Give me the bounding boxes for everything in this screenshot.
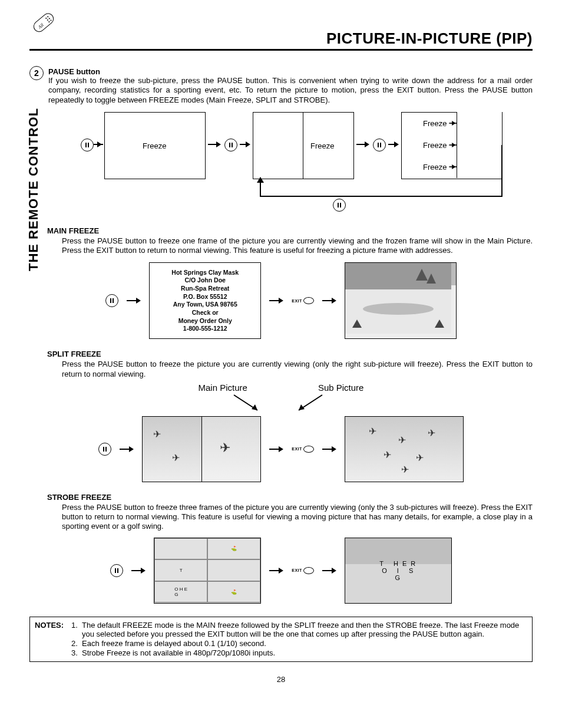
- arrow-right-icon: [269, 568, 283, 574]
- strobe-freeze-text: Press the PAUSE button to freeze three f…: [62, 503, 533, 532]
- section-title: PICTURE-IN-PICTURE (PIP): [29, 29, 533, 51]
- freeze-label: Freeze: [423, 141, 447, 150]
- arrow-right-icon: [322, 446, 336, 452]
- ad-line: Run-Spa Retreat: [152, 285, 258, 293]
- freeze-label: Freeze: [423, 119, 447, 128]
- note-number: 1.: [71, 621, 82, 638]
- notes-box: NOTES: 1. The default FREEZE mode is the…: [29, 617, 533, 662]
- step-heading: PAUSE button: [48, 67, 533, 76]
- strobe-freeze-illustration: ⛳ T O H EG⛳ EXIT T H E R O I S G: [29, 538, 533, 604]
- exit-button-icon: EXIT: [292, 567, 314, 574]
- note-number: 2.: [71, 639, 82, 648]
- main-freeze-text: Press the PAUSE button to freeze one fra…: [62, 236, 533, 256]
- note-text: Each freeze frame is delayed about 0.1 (…: [82, 639, 266, 648]
- freeze-label: Freeze: [423, 163, 447, 172]
- freeze-cycle-diagram: Freeze Freeze Freeze Freeze: [57, 112, 505, 212]
- step-body-text: If you wish to freeze the sub-picture, p…: [48, 76, 533, 105]
- arrow-right-icon: [269, 298, 283, 304]
- pause-icon: [105, 294, 118, 307]
- split-freeze-text: Press the PAUSE button to freeze the pic…: [62, 360, 533, 379]
- arrow-right-icon: [322, 298, 336, 304]
- pause-icon: [98, 443, 111, 456]
- ad-line: Check or: [152, 309, 258, 317]
- arrow-right-icon: [127, 298, 141, 304]
- pause-icon: [333, 199, 346, 212]
- note-number: 3.: [71, 648, 82, 657]
- arrow-right-icon: [269, 446, 283, 452]
- split-freeze-heading: SPLIT FREEZE: [47, 350, 533, 358]
- notes-label: NOTES:: [35, 621, 71, 658]
- exit-button-icon: EXIT: [292, 446, 314, 453]
- side-tab-label: THE REMOTE CONTROL: [26, 108, 41, 271]
- tv-frame-landscape: [345, 262, 457, 339]
- arrow-right-icon: [322, 568, 336, 574]
- ad-line: Money Order Only: [152, 317, 258, 325]
- pause-icon: [110, 564, 123, 577]
- ad-line: Hot Springs Clay Mask: [152, 269, 258, 277]
- strobe-freeze-heading: STROBE FREEZE: [47, 493, 533, 502]
- freeze-label: Freeze: [143, 141, 166, 150]
- svg-point-4: [47, 19, 48, 21]
- arrow-right-icon: [120, 446, 134, 452]
- svg-point-6: [48, 21, 50, 23]
- svg-rect-8: [345, 263, 451, 289]
- main-freeze-heading: MAIN FREEZE: [47, 226, 533, 235]
- note-text: Strobe Freeze is not available in 480p/7…: [82, 648, 275, 657]
- exit-button-icon: EXIT: [292, 297, 314, 304]
- pointer-arrows-icon: [193, 393, 369, 414]
- main-freeze-illustration: Hot Springs Clay Mask C/O John Doe Run-S…: [29, 262, 533, 339]
- pause-icon: [81, 139, 94, 151]
- tv-frame-ad: Hot Springs Clay Mask C/O John Doe Run-S…: [149, 262, 261, 339]
- svg-text:All: All: [37, 22, 45, 30]
- pause-icon: [373, 139, 386, 151]
- arrow-right-icon: [131, 568, 146, 574]
- tv-frame-full: ✈ ✈ ✈ ✈ ✈ ✈: [345, 416, 464, 482]
- ad-line: Any Town, USA 98765: [152, 301, 258, 309]
- step-number-circle: 2: [29, 66, 44, 80]
- tv-frame-golf: T H E R O I S G: [345, 538, 452, 604]
- split-freeze-illustration: Main Picture Sub Picture ✈ ✈ ✈: [29, 383, 533, 482]
- pause-icon: [224, 139, 237, 151]
- svg-point-5: [48, 18, 50, 19]
- freeze-label: Freeze: [310, 141, 334, 150]
- note-text: The default FREEZE mode is the MAIN free…: [82, 621, 527, 638]
- ad-line: 1-800-555-1212: [152, 325, 258, 333]
- ad-line: P.O. Box 55512: [152, 293, 258, 301]
- svg-point-7: [50, 19, 52, 21]
- svg-point-12: [363, 303, 434, 315]
- tv-frame-split: ✈ ✈ ✈: [142, 416, 261, 482]
- main-picture-label: Main Picture: [199, 383, 247, 393]
- ad-line: C/O John Doe: [152, 276, 258, 285]
- tv-frame-strobe: ⛳ T O H EG⛳: [154, 538, 261, 604]
- svg-point-3: [47, 16, 49, 18]
- svg-point-2: [45, 18, 47, 19]
- page-number: 28: [29, 675, 533, 684]
- sub-picture-label: Sub Picture: [318, 383, 364, 393]
